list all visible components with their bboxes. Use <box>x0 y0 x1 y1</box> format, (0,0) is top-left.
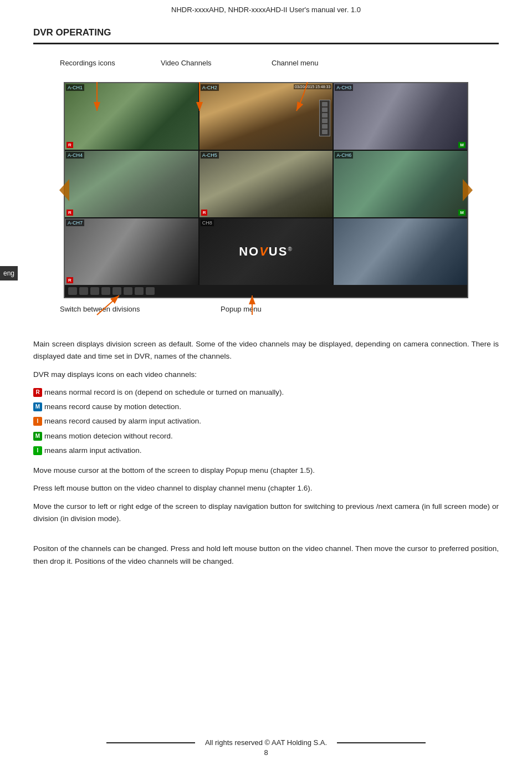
badge-M-green: M <box>33 432 42 441</box>
dvr-cell-novus[interactable]: NOVUS® CH8 <box>200 218 333 285</box>
cell-rec-5: R <box>201 210 208 216</box>
dvr-screen-wrapper: A-CH1 R A-CH2 03/20/2015 15:48:33 <box>64 82 468 298</box>
body-para2: DVR may displays icons on each video cha… <box>33 369 499 381</box>
badge-I-orange: I <box>33 417 42 426</box>
label-channel-menu: Channel menu <box>272 59 319 67</box>
bottom-labels: Switch between divisions Popup menu <box>33 300 499 328</box>
menu-icon-3 <box>322 113 328 118</box>
cell-rec-1: R <box>66 142 73 148</box>
icon-line-M-blue: M means record cause by motion detection… <box>33 401 499 413</box>
footer-text: All rights reserved © AAT Holding S.A. <box>205 738 327 747</box>
channel-menu-overlay <box>319 100 330 136</box>
toolbar-btn-8[interactable] <box>146 287 155 295</box>
footer-line-left <box>106 742 195 743</box>
label-switch-between-divisions: Switch between divisions <box>60 305 140 313</box>
toolbar-btn-7[interactable] <box>135 287 144 295</box>
cell-rec-7: R <box>66 277 73 283</box>
footer-page-number: 8 <box>264 748 268 757</box>
page-header: NHDR-xxxxAHD, NHDR-xxxxAHD-II User's man… <box>0 0 532 17</box>
page-footer: All rights reserved © AAT Holding S.A. <box>0 738 532 747</box>
toolbar-btn-3[interactable] <box>90 287 99 295</box>
novus-logo: NOVUS® <box>239 244 293 259</box>
novus-v: V <box>259 244 269 258</box>
body-para6: Positon of the channels can be changed. … <box>33 543 499 568</box>
toolbar-btn-5[interactable] <box>112 287 121 295</box>
cell-label-8: CH8 <box>201 220 214 226</box>
menu-icon-1 <box>322 102 328 106</box>
main-content: DVR OPERATING Recordings icons Video Cha… <box>0 17 532 568</box>
body-para5: Move the cursor to left or right edge of… <box>33 501 499 526</box>
icon-line-I-green: I means alarm input activation. <box>33 445 499 457</box>
cell-label-7: A-CH7 <box>66 220 84 226</box>
body-para4: Press left mouse button on the video cha… <box>33 482 499 494</box>
icon-text-M-blue: means record cause by motion detection. <box>44 401 181 413</box>
cell-label-2: A-CH2 <box>201 84 219 91</box>
dvr-cell-6[interactable]: A-CH6 M <box>334 151 467 217</box>
badge-R: R <box>33 388 42 397</box>
dvr-cell-5[interactable]: A-CH5 R <box>200 151 333 217</box>
menu-icon-5 <box>322 124 328 129</box>
cell-m-3: M <box>458 142 466 148</box>
cell-label-3: A-CH3 <box>335 84 353 91</box>
badge-I-green: I <box>33 446 42 455</box>
body-text: Main screen displays division screen as … <box>33 338 499 568</box>
menu-icon-2 <box>322 108 328 112</box>
icon-line-R: R means normal record is on (depend on s… <box>33 386 499 399</box>
cell-timestamp-2: 03/20/2015 15:48:33 <box>294 84 331 89</box>
cell-label-4: A-CH4 <box>66 152 84 159</box>
icon-text-I-orange: means record caused by alarm input activ… <box>44 415 201 427</box>
cell-label-6: A-CH6 <box>335 152 353 159</box>
toolbar-btn-1[interactable] <box>68 287 77 295</box>
icon-text-I-green: means alarm input activation. <box>44 445 142 457</box>
label-video-channels: Video Channels <box>161 59 212 67</box>
lang-tab: eng <box>0 266 18 280</box>
icon-text-M-green: means motion detecion without record. <box>44 430 173 442</box>
label-popup-menu: Popup menu <box>221 305 262 313</box>
dvr-grid: A-CH1 R A-CH2 03/20/2015 15:48:33 <box>65 83 467 285</box>
dvr-cell-2[interactable]: A-CH2 03/20/2015 15:48:33 <box>200 83 333 150</box>
cell-rec-4: R <box>66 210 73 216</box>
dvr-screen: A-CH1 R A-CH2 03/20/2015 15:48:33 <box>64 82 468 298</box>
dvr-cell-1[interactable]: A-CH1 R <box>65 83 198 150</box>
dvr-cell-3[interactable]: A-CH3 M <box>334 83 467 150</box>
header-title: NHDR-xxxxAHD, NHDR-xxxxAHD-II User's man… <box>171 6 361 14</box>
toolbar-btn-4[interactable] <box>101 287 110 295</box>
section-title: DVR OPERATING <box>33 17 499 43</box>
nav-arrow-right-icon <box>463 179 473 201</box>
toolbar-btn-2[interactable] <box>79 287 88 295</box>
nav-arrow-left-icon <box>59 179 69 201</box>
badge-M-blue: M <box>33 402 42 411</box>
section-divider <box>33 43 499 44</box>
footer-line-right <box>337 742 426 743</box>
icon-line-I-orange: I means record caused by alarm input act… <box>33 415 499 427</box>
dvr-toolbar <box>65 285 467 297</box>
dvr-cell-7[interactable]: A-CH7 R <box>65 218 198 285</box>
icon-text-R: means normal record is on (depend on sch… <box>44 386 284 399</box>
menu-icon-4 <box>322 119 328 123</box>
icon-line-M-green: M means motion detecion without record. <box>33 430 499 442</box>
cell-m-6: M <box>458 210 466 216</box>
label-recordings-icons: Recordings icons <box>60 59 115 67</box>
cell-label-1: A-CH1 <box>66 84 84 91</box>
body-para3: Move mouse cursor at the bottom of the s… <box>33 465 499 477</box>
body-para1: Main screen displays division screen as … <box>33 338 499 363</box>
toolbar-btn-6[interactable] <box>124 287 132 295</box>
dvr-cell-9[interactable] <box>334 218 467 285</box>
cell-label-5: A-CH5 <box>201 152 219 159</box>
diagram-labels: Recordings icons Video Channels Channel … <box>33 54 499 82</box>
dvr-cell-4[interactable]: A-CH4 R <box>65 151 198 217</box>
diagram-area: Recordings icons Video Channels Channel … <box>33 54 499 328</box>
menu-icon-6 <box>322 130 328 134</box>
